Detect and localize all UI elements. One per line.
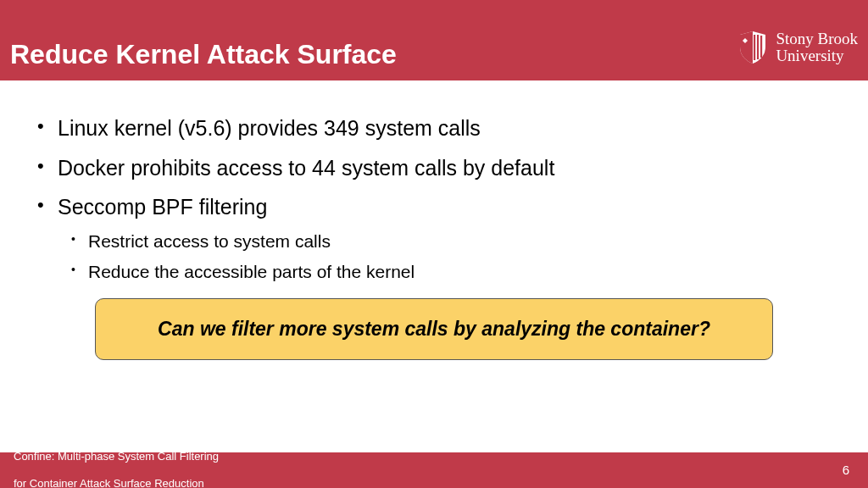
callout-container: Can we filter more system calls by analy… (0, 298, 868, 360)
bullet-item: Docker prohibits access to 44 system cal… (34, 154, 834, 182)
svg-rect-0 (754, 35, 755, 60)
svg-rect-1 (757, 35, 759, 59)
callout-box: Can we filter more system calls by analy… (95, 298, 773, 360)
university-logo: Stony Brook University (737, 30, 858, 70)
page-number: 6 (843, 463, 849, 479)
bullet-list: Linux kernel (v5.6) provides 349 system … (34, 114, 834, 284)
university-name: Stony Brook University (776, 30, 858, 64)
footer-line1: Confine: Multi-phase System Call Filteri… (14, 450, 219, 463)
sub-bullet-item: Restrict access to system calls (58, 230, 834, 253)
bullet-text: Seccomp BPF filtering (58, 195, 267, 219)
sub-bullet-list: Restrict access to system calls Reduce t… (58, 230, 834, 285)
bullet-item: Seccomp BPF filtering Restrict access to… (34, 193, 834, 284)
slide-header: Reduce Kernel Attack Surface Stony Brook… (0, 0, 868, 80)
slide: Reduce Kernel Attack Surface Stony Brook… (0, 0, 868, 488)
footer-line2: for Container Attack Surface Reduction (14, 477, 219, 488)
svg-rect-2 (760, 36, 762, 58)
sub-bullet-item: Reduce the accessible parts of the kerne… (58, 260, 834, 284)
callout-text: Can we filter more system calls by analy… (158, 318, 710, 340)
bullet-text: Docker prohibits access to 44 system cal… (58, 156, 554, 180)
slide-title: Reduce Kernel Attack Surface (10, 39, 397, 70)
sub-bullet-text: Reduce the accessible parts of the kerne… (88, 262, 415, 281)
bullet-text: Linux kernel (v5.6) provides 349 system … (58, 116, 481, 140)
bullet-item: Linux kernel (v5.6) provides 349 system … (34, 114, 834, 142)
university-name-line2: University (776, 47, 858, 64)
footer-title: Confine: Multi-phase System Call Filteri… (14, 435, 219, 488)
sub-bullet-text: Restrict access to system calls (88, 231, 331, 251)
slide-footer: Confine: Multi-phase System Call Filteri… (0, 452, 868, 488)
slide-content: Linux kernel (v5.6) provides 349 system … (0, 97, 868, 296)
shield-icon (737, 30, 769, 65)
university-name-line1: Stony Brook (776, 30, 858, 47)
